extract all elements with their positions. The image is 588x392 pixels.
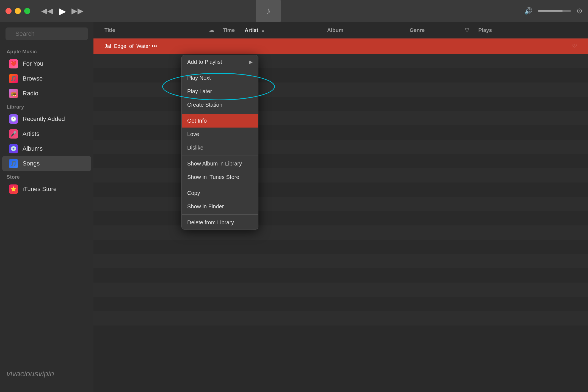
search-wrapper: 🔍 [5, 27, 88, 40]
song-title-cell: Jal_Edge_of_Water ••• [104, 43, 223, 49]
menu-label-dislike: Dislike [187, 145, 203, 151]
table-row [93, 97, 588, 111]
music-note-icon: ♪ [256, 0, 281, 23]
menu-item-copy[interactable]: Copy [182, 186, 258, 200]
table-row [93, 68, 588, 82]
table-row [93, 82, 588, 97]
prev-button[interactable]: ◀◀ [41, 6, 53, 15]
menu-label-create-station: Create Station [187, 102, 222, 108]
menu-item-create-station[interactable]: Create Station [182, 98, 258, 112]
airplay-icon: ⊙ [576, 7, 583, 15]
maximize-button[interactable] [24, 8, 30, 14]
sidebar-item-radio[interactable]: 📻 Radio [2, 86, 91, 101]
minimize-button[interactable] [15, 8, 21, 14]
sidebar: 🔍 Apple Music ❤️ For You 🎵 Browse 📻 Radi… [0, 22, 93, 392]
sidebar-item-songs[interactable]: 🎵 Songs [2, 156, 91, 171]
sidebar-item-for-you[interactable]: ❤️ For You [2, 56, 91, 71]
sidebar-item-albums[interactable]: 💿 Albums [2, 141, 91, 156]
table-row [93, 225, 588, 240]
menu-label-show-album-in-library: Show Album in Library [187, 161, 242, 167]
menu-label-show-in-itunes-store: Show in iTunes Store [187, 174, 239, 180]
apple-music-section-label: Apple Music [0, 46, 93, 56]
song-heart-col: ♡ [572, 43, 577, 49]
col-header-heart: ♡ [465, 27, 478, 33]
menu-item-love[interactable]: Love [182, 128, 258, 141]
sidebar-label-radio: Radio [23, 90, 38, 97]
menu-label-play-later: Play Later [187, 88, 212, 95]
watermark: vivaciousvipin [0, 361, 93, 387]
artists-icon: 🎤 [9, 129, 18, 139]
recently-added-icon: 🕐 [9, 114, 18, 124]
sidebar-label-albums: Albums [23, 145, 43, 152]
main-content: 🔍 Apple Music ❤️ For You 🎵 Browse 📻 Radi… [0, 22, 588, 392]
table-row [93, 254, 588, 268]
menu-separator [182, 185, 258, 185]
volume-icon: 🔊 [524, 7, 532, 15]
menu-item-play-later[interactable]: Play Later [182, 85, 258, 98]
radio-icon: 📻 [9, 89, 18, 98]
sort-arrow-icon: ▲ [261, 28, 265, 32]
menu-item-delete-from-library[interactable]: Delete from Library [182, 216, 258, 229]
browse-icon: 🎵 [9, 74, 18, 83]
sidebar-label-for-you: For You [23, 60, 43, 67]
table-row [93, 154, 588, 168]
sidebar-item-artists[interactable]: 🎤 Artists [2, 126, 91, 141]
menu-label-delete-from-library: Delete from Library [187, 219, 234, 226]
menu-item-show-album-in-library[interactable]: Show Album in Library [182, 157, 258, 170]
menu-label-get-info: Get Info [187, 118, 207, 124]
col-header-time: Time [223, 27, 245, 33]
table-row [93, 111, 588, 125]
play-button[interactable]: ▶ [59, 5, 66, 16]
menu-separator [182, 113, 258, 113]
next-button[interactable]: ▶▶ [71, 6, 84, 15]
table-row [93, 183, 588, 197]
menu-separator [182, 156, 258, 156]
table-rows [93, 54, 588, 392]
song-title: Jal_Edge_of_Water ••• [104, 43, 157, 49]
col-header-genre: Genre [410, 27, 465, 33]
itunes-icon: ⭐ [9, 184, 18, 194]
sidebar-item-recently-added[interactable]: 🕐 Recently Added [2, 112, 91, 126]
col-header-plays: Plays [478, 27, 506, 33]
table-header: Title ☁ Time Artist ▲ Album Genre ♡ Play… [93, 22, 588, 38]
traffic-lights [5, 8, 30, 14]
sidebar-label-songs: Songs [23, 160, 40, 167]
close-button[interactable] [5, 8, 12, 14]
heart-icon: ❤️ [9, 59, 18, 68]
menu-item-get-info[interactable]: Get Info [182, 114, 258, 128]
sidebar-label-browse: Browse [23, 75, 43, 82]
volume-slider[interactable] [538, 10, 571, 12]
menu-label-love: Love [187, 131, 199, 137]
context-menu: Add to Playlist ▶ Play Next Play Later C… [181, 55, 258, 230]
menu-item-show-in-finder[interactable]: Show in Finder [182, 200, 258, 213]
search-input[interactable] [5, 27, 88, 40]
volume-fill [538, 10, 563, 12]
sidebar-item-browse[interactable]: 🎵 Browse [2, 71, 91, 86]
sidebar-item-itunes-store[interactable]: ⭐ iTunes Store [2, 182, 91, 197]
sidebar-label-artists: Artists [23, 130, 39, 137]
menu-item-show-in-itunes-store[interactable]: Show in iTunes Store [182, 170, 258, 184]
songs-icon: 🎵 [9, 159, 18, 168]
submenu-arrow-icon: ▶ [249, 59, 253, 65]
col-header-artist[interactable]: Artist ▲ [245, 27, 327, 33]
menu-item-dislike[interactable]: Dislike [182, 141, 258, 154]
now-playing-center: ♪ [95, 0, 442, 23]
highlighted-song-row[interactable]: Jal_Edge_of_Water ••• ♡ [93, 38, 588, 54]
menu-label-show-in-finder: Show in Finder [187, 203, 224, 210]
col-header-cloud: ☁ [209, 27, 223, 33]
right-controls: 🔊 ⊙ [524, 7, 583, 15]
menu-label-add-to-playlist: Add to Playlist [187, 59, 222, 65]
menu-label-play-next: Play Next [187, 75, 211, 81]
menu-item-play-next[interactable]: Play Next [182, 71, 258, 85]
menu-item-add-to-playlist[interactable]: Add to Playlist ▶ [182, 55, 258, 69]
menu-separator [182, 70, 258, 70]
table-row [93, 125, 588, 140]
sidebar-label-itunes-store: iTunes Store [23, 186, 57, 193]
store-section-label: Store [0, 171, 93, 182]
library-section-label: Library [0, 101, 93, 112]
table-row [93, 54, 588, 68]
table-row [93, 297, 588, 311]
menu-label-copy: Copy [187, 190, 200, 196]
table-row [93, 140, 588, 154]
content-area: Title ☁ Time Artist ▲ Album Genre ♡ Play… [93, 22, 588, 392]
